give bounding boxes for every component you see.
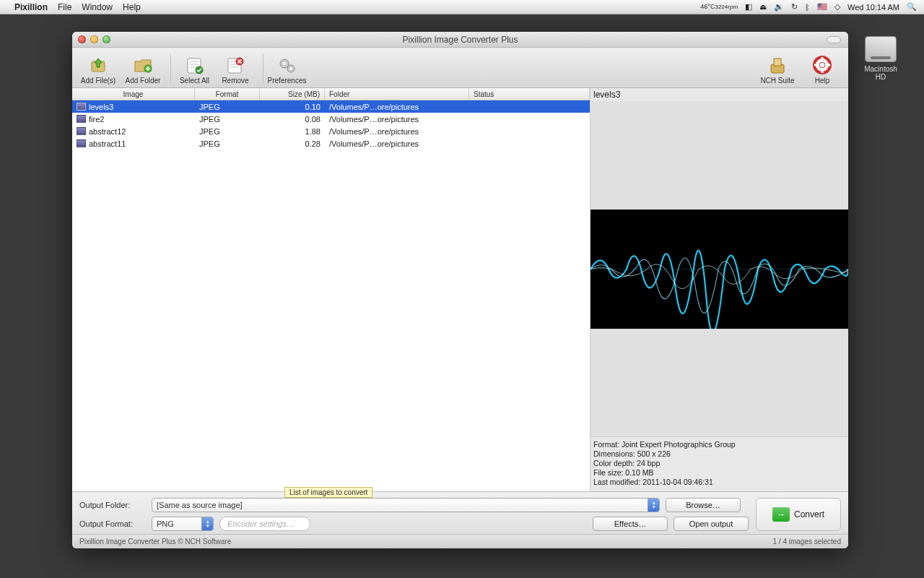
col-size[interactable]: Size (MB): [260, 88, 325, 100]
file-name: abstract11: [89, 139, 126, 148]
table-row[interactable]: levels3JPEG0.10/Volumes/P…ore/pictures: [72, 100, 590, 113]
file-name: levels3: [89, 103, 113, 111]
file-folder: /Volumes/P…ore/pictures: [325, 127, 469, 136]
remove-button[interactable]: Remove: [215, 53, 256, 85]
table-row[interactable]: fire2JPEG0.08/Volumes/P…ore/pictures: [72, 113, 590, 125]
output-folder-combo[interactable]: [Same as source image] ▴▾: [152, 498, 660, 512]
select-all-label: Select All: [180, 77, 209, 85]
preview-canvas: [590, 101, 848, 436]
desktop-hd-label: Macintosh HD: [859, 65, 902, 81]
open-output-button[interactable]: Open output: [674, 517, 749, 531]
menubar-app-name[interactable]: Pixillion: [14, 2, 48, 12]
menu-help[interactable]: Help: [123, 2, 141, 12]
hard-drive-icon: [865, 36, 897, 62]
file-size: 0.28: [260, 139, 325, 148]
select-all-button[interactable]: Select All: [170, 53, 211, 85]
help-label: Help: [815, 77, 830, 85]
menubar-spotlight-icon[interactable]: 🔍: [907, 2, 917, 12]
svg-rect-11: [774, 59, 781, 66]
add-file-button[interactable]: Add File(s): [78, 53, 118, 85]
file-format: JPEG: [195, 139, 260, 148]
convert-label: Convert: [794, 509, 824, 519]
status-left: Pixillion Image Converter Plus © NCH Sof…: [79, 538, 231, 545]
col-folder[interactable]: Folder: [325, 88, 469, 100]
menubar-clock[interactable]: Wed 10:14 AM: [847, 3, 899, 12]
table-row[interactable]: abstract12JPEG1.88/Volumes/P…ore/picture…: [72, 125, 590, 137]
menubar-timemachine-icon[interactable]: ↻: [791, 2, 798, 12]
nch-suite-button[interactable]: NCH Suite: [757, 53, 798, 85]
add-file-icon: [87, 53, 110, 77]
status-right: 1 / 4 images selected: [773, 538, 842, 545]
menubar-bluetooth-icon[interactable]: ᛒ: [805, 3, 810, 12]
preview-pane: levels3 Format: Joint Expert Photographi…: [590, 88, 848, 491]
select-all-icon: [183, 53, 206, 77]
chevron-updown-icon: ▴▾: [201, 517, 213, 530]
menubar-dropbox-icon[interactable]: ◧: [745, 2, 752, 12]
toolbar-toggle-icon[interactable]: [827, 36, 841, 43]
file-folder: /Volumes/P…ore/pictures: [325, 115, 469, 124]
preferences-label: Preferences: [268, 77, 307, 85]
file-format: JPEG: [195, 127, 260, 136]
window-title: Pixillion Image Converter Plus: [72, 35, 848, 45]
thumbnail-icon: [77, 103, 86, 111]
svg-point-13: [819, 62, 825, 68]
column-headers[interactable]: Image Format Size (MB) Folder Status: [72, 88, 590, 100]
mac-menubar: Pixillion File Window Help 46°C 3224rpm …: [0, 0, 924, 14]
remove-icon: [224, 53, 247, 77]
convert-button[interactable]: Convert: [756, 498, 841, 531]
titlebar[interactable]: Pixillion Image Converter Plus: [72, 32, 848, 48]
thumbnail-icon: [77, 115, 86, 123]
file-size: 0.10: [260, 103, 325, 111]
thumbnail-icon: [77, 139, 86, 147]
menubar-volume-icon[interactable]: 🔉: [774, 2, 784, 12]
convert-icon: [772, 507, 790, 522]
file-list-pane: Image Format Size (MB) Folder Status lev…: [72, 88, 590, 491]
output-format-combo[interactable]: PNG ▴▾: [152, 517, 214, 531]
file-format: JPEG: [195, 115, 260, 124]
menu-file[interactable]: File: [58, 2, 71, 12]
nch-suite-label: NCH Suite: [760, 77, 794, 85]
output-controls: Output Folder: [Same as source image] ▴▾…: [72, 492, 848, 534]
file-name: abstract12: [89, 127, 126, 136]
encoder-settings-button[interactable]: Encoder settings…: [219, 517, 310, 531]
add-folder-label: Add Folder: [126, 77, 161, 85]
svg-point-9: [289, 67, 292, 69]
file-folder: /Volumes/P…ore/pictures: [325, 139, 469, 148]
file-folder: /Volumes/P…ore/pictures: [325, 103, 469, 111]
help-button[interactable]: Help: [802, 53, 842, 85]
add-folder-icon: [131, 53, 154, 77]
main-area: Image Format Size (MB) Folder Status lev…: [72, 88, 848, 492]
app-window: Pixillion Image Converter Plus Add File(…: [72, 32, 848, 548]
add-folder-button[interactable]: Add Folder: [123, 53, 163, 85]
file-size: 1.88: [260, 127, 325, 136]
preview-metadata: Format: Joint Expert Photographics Group…: [590, 436, 848, 491]
preview-image: [590, 210, 848, 329]
tooltip: List of images to convert: [284, 487, 372, 498]
menubar-wifi-icon[interactable]: ◇: [834, 2, 840, 12]
output-format-label: Output Format:: [79, 519, 146, 528]
desktop-hd-icon[interactable]: Macintosh HD: [859, 36, 902, 81]
col-status[interactable]: Status: [469, 88, 590, 100]
status-bar: Pixillion Image Converter Plus © NCH Sof…: [72, 534, 848, 548]
help-icon: [811, 53, 834, 77]
nch-suite-icon: [766, 53, 789, 77]
add-file-label: Add File(s): [81, 77, 116, 85]
thumbnail-icon: [77, 127, 86, 135]
svg-point-7: [283, 62, 286, 65]
table-row[interactable]: abstract11JPEG0.28/Volumes/P…ore/picture…: [72, 137, 590, 150]
col-image[interactable]: Image: [72, 88, 195, 100]
toolbar: Add File(s) Add Folder Select All Remove…: [72, 48, 848, 88]
browse-button[interactable]: Browse…: [666, 498, 741, 512]
preview-title: levels3: [590, 88, 848, 101]
preferences-button[interactable]: Preferences: [263, 53, 303, 85]
menubar-eject-icon[interactable]: ⏏: [759, 2, 767, 12]
gear-icon: [276, 53, 299, 77]
effects-button[interactable]: Effects…: [593, 517, 668, 531]
remove-label: Remove: [222, 77, 248, 85]
chevron-updown-icon: ▴▾: [648, 499, 659, 512]
output-folder-value: [Same as source image]: [157, 501, 243, 509]
menu-window[interactable]: Window: [82, 2, 113, 12]
file-list[interactable]: levels3JPEG0.10/Volumes/P…ore/picturesfi…: [72, 100, 590, 491]
menubar-flag-icon[interactable]: 🇺🇸: [817, 2, 827, 12]
col-format[interactable]: Format: [195, 88, 260, 100]
